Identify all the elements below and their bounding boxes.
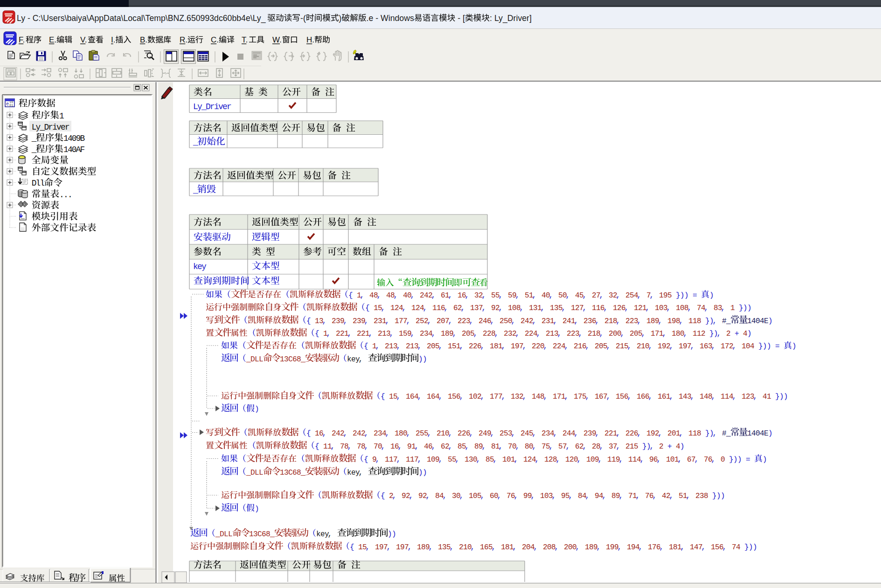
svg-text:,: , (406, 317, 411, 325)
svg-text:,: , (514, 492, 519, 500)
svg-text:,: , (680, 543, 685, 552)
svg-text:,: , (417, 456, 422, 464)
svg-text:,: , (690, 393, 695, 401)
svg-text:,: , (606, 342, 611, 351)
svg-text:): ) (747, 330, 751, 338)
svg-text:,: , (515, 291, 520, 300)
svg-text:,: , (732, 342, 737, 351)
svg-text:,: , (459, 393, 464, 401)
svg-text:,: , (490, 429, 495, 438)
svg-text:): ) (680, 443, 684, 451)
svg-text:117: 117 (385, 456, 397, 464)
svg-text:,: , (389, 330, 394, 338)
svg-text:234: 234 (374, 429, 386, 438)
svg-text:,: , (638, 543, 643, 552)
svg-text:148: 148 (532, 393, 544, 401)
svg-text:: Ly_Driver]: : Ly_Driver] (490, 14, 532, 23)
svg-text:,: , (480, 342, 485, 351)
svg-text:109: 109 (586, 456, 599, 464)
svg-text:,: , (443, 492, 447, 500)
svg-text:)): )) (388, 530, 396, 539)
svg-text:{: { (315, 330, 319, 338)
svg-text:244: 244 (562, 429, 575, 438)
svg-text:I.: I. (111, 35, 115, 44)
svg-text:{: { (315, 443, 319, 451)
svg-text:218: 218 (588, 330, 600, 338)
svg-text:127: 127 (571, 304, 583, 312)
svg-text:114: 114 (628, 456, 641, 464)
svg-text:226: 226 (625, 429, 638, 438)
svg-text:,: , (461, 304, 465, 312)
svg-text:e: e (6, 102, 9, 107)
svg-text:205: 205 (595, 342, 607, 351)
svg-text:246: 246 (479, 317, 491, 325)
svg-text:238: 238 (695, 492, 708, 500)
svg-text:V.: V. (80, 35, 87, 44)
svg-text:,: , (532, 429, 537, 438)
svg-text:,: , (375, 342, 380, 351)
svg-text:156: 156 (448, 393, 460, 401)
svg-text:,: , (385, 317, 390, 325)
svg-text:{: { (348, 291, 353, 300)
svg-text:163: 163 (700, 342, 712, 351)
svg-text:,: , (396, 342, 401, 351)
svg-text:,: , (368, 330, 373, 338)
svg-text:,: , (583, 443, 587, 451)
svg-text:197: 197 (375, 543, 388, 552)
svg-text:,: , (381, 304, 386, 312)
svg-text:116: 116 (592, 304, 604, 312)
svg-text:): ) (768, 317, 772, 325)
svg-text:,: , (532, 291, 537, 300)
svg-text:108: 108 (676, 304, 688, 312)
svg-text:215: 215 (625, 443, 638, 451)
svg-text:})): })) (729, 456, 742, 464)
svg-text:_DLL: _DLL (246, 469, 263, 477)
svg-text:,: , (417, 393, 422, 401)
svg-text:,: , (616, 291, 621, 300)
svg-text:,: , (574, 317, 579, 325)
svg-text:,: , (678, 456, 682, 464)
svg-text:,: , (686, 492, 691, 500)
svg-text:101: 101 (666, 456, 679, 464)
svg-text:,: , (597, 543, 601, 552)
svg-text:,: , (552, 492, 556, 500)
svg-text:,: , (704, 304, 709, 312)
svg-text:,: , (513, 543, 517, 552)
svg-text:,: , (595, 429, 600, 438)
svg-text:124: 124 (390, 304, 403, 312)
svg-text:74: 74 (732, 543, 740, 552)
svg-text:,: , (585, 393, 590, 401)
svg-text:143: 143 (679, 393, 691, 401)
svg-text:171: 171 (553, 393, 565, 401)
svg-text:,: , (619, 456, 624, 464)
svg-text:,: , (482, 304, 486, 312)
svg-text:=: = (693, 291, 697, 300)
svg-text:189: 189 (585, 543, 597, 552)
svg-text:01: 01 (9, 104, 13, 107)
svg-text:})): })) (739, 304, 751, 312)
svg-text:1404E: 1404E (747, 317, 768, 325)
svg-text:,: , (595, 317, 600, 325)
svg-text:120: 120 (565, 456, 578, 464)
svg-text:195: 195 (659, 291, 672, 300)
svg-text:,: , (645, 304, 650, 312)
svg-text:,: , (648, 393, 653, 401)
svg-text:223: 223 (625, 317, 638, 325)
svg-text:192: 192 (646, 429, 659, 438)
svg-text:key: key (193, 262, 207, 271)
svg-text:,: , (532, 317, 537, 325)
svg-text:0: 0 (721, 456, 725, 464)
svg-text:,: , (366, 543, 370, 552)
svg-text:226: 226 (458, 429, 470, 438)
svg-text:177: 177 (395, 317, 407, 325)
svg-text:_DLL: _DLL (215, 530, 232, 539)
svg-text:,: , (429, 543, 433, 552)
svg-text:): ) (339, 14, 342, 23)
svg-text:Ly_Driver: Ly_Driver (32, 123, 69, 132)
svg-text:,: , (364, 317, 369, 325)
svg-text:,: , (448, 443, 453, 451)
svg-text:,: , (476, 456, 481, 464)
svg-text:197: 197 (679, 342, 691, 351)
svg-text:,: , (490, 317, 495, 325)
svg-text:,: , (637, 317, 642, 325)
